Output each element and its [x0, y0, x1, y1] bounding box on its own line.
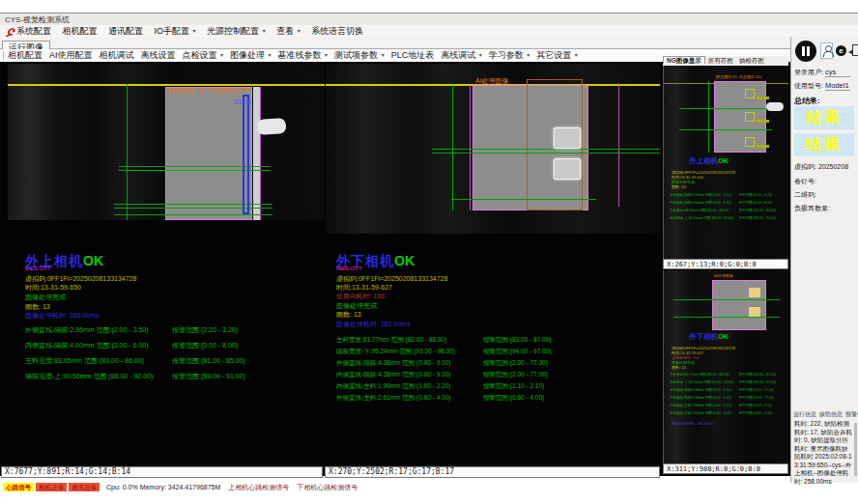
cycle-count-line: 圈数: 13	[672, 184, 686, 189]
tool-offline-debug[interactable]: 离线调试 ▾	[441, 49, 482, 62]
tool-plc-address-table[interactable]: PLC地址表	[391, 49, 435, 62]
thumbnail-upper-camera[interactable]: 静态阈值:93, 动态阈值:100 外上相机OK 虚拟码:0FF1Fi=2025…	[663, 66, 788, 259]
lower-camera-heartbeat-text: 下相机心跳检测信号	[297, 484, 358, 490]
login-user-label: 登录用户:	[794, 69, 823, 75]
edge-magenta-line	[260, 87, 261, 220]
bright-blob	[749, 307, 760, 317]
measure-row: 主料宽度:83.05mm 范围:(80.00 - 86.00)	[670, 209, 729, 212]
yellow-label-tag	[757, 120, 769, 123]
detect-blue-rect	[243, 95, 249, 214]
chevron-down-icon: ▾	[269, 52, 272, 58]
anode-tab-count-label: 负极耳数量:	[794, 205, 830, 211]
thumbnail-lower-camera[interactable]: AI处理图像 外下相机OK 虚拟码:0FF1Fi=202502081331347…	[663, 270, 788, 463]
tool-offline-settings[interactable]: 离线设置	[141, 49, 176, 62]
menu-system-config[interactable]: 系统配置	[16, 25, 51, 37]
alarm-range: 报警范围:(2.20 - 3.20)	[172, 325, 238, 335]
tool-other-settings[interactable]: 其它设置 ▾	[536, 49, 578, 62]
tool-testitem-params[interactable]: 测试项参数 ▾	[334, 49, 385, 62]
measure-row: 内侧直线-主料:1.90mm 范围:(1.00 - 2.20)	[670, 404, 731, 407]
qrcode-label: 二维码:	[794, 191, 816, 198]
menu-language-switch[interactable]: 系统语言切换	[311, 25, 363, 37]
chevron-down-icon: ▾	[298, 28, 300, 34]
winding-pin-label: 卷针号:	[794, 178, 816, 184]
menu-view[interactable]: 查看 ▾	[276, 25, 300, 37]
upper-camera-heartbeat-text: 上相机心跳检测信号	[228, 484, 289, 490]
user-login-button[interactable]	[820, 42, 833, 59]
result-panel-lower: 外下相机OK MES:OTT 虚拟码:0FF1Fi=20250208133134…	[336, 253, 655, 465]
result-ok-badge: OK	[394, 253, 415, 268]
model-label: 使用型号:	[794, 82, 823, 89]
camera-view-lower[interactable]: AI处理图像	[326, 64, 660, 234]
history-thumbnail-column: NG图像显示所有存图抽检存图 静态阈值:93, 动态阈值:100 外上相机OK …	[663, 56, 788, 474]
measure-row: 主料宽度:83.77mm 范围:(82.00 - 88.00)	[670, 373, 729, 377]
tab-alarm-info[interactable]: 报警信息	[845, 411, 858, 417]
log-tabs: 运行信息缺陷信息报警信息	[793, 410, 858, 419]
chevron-down-icon: ▾	[479, 52, 482, 58]
info-button[interactable]: e	[836, 45, 846, 56]
tab-ng-image-display[interactable]: NG图像显示	[663, 56, 705, 64]
menu-camera-config[interactable]: 相机配置	[63, 25, 98, 37]
tab-run-info[interactable]: 运行信息	[793, 411, 816, 417]
menu-items: 系统配置 相机配置 通讯配置 IO手配置 ▾ 光源控制配置 ▾ 查看 ▾ 系统语…	[16, 25, 858, 37]
menu-io-config[interactable]: IO手配置 ▾	[155, 25, 196, 37]
exit-button[interactable]	[848, 43, 858, 59]
coord-status-thumb-upper: X:267;Y:13;R:0;G:0;B:0	[663, 259, 788, 269]
blue-value-overlay-text: 93.88	[234, 98, 251, 105]
pause-button[interactable]	[795, 41, 816, 62]
toolbar-separator	[3, 51, 4, 60]
menu-comm-config[interactable]: 通讯配置	[108, 25, 143, 37]
tool-baseline-params[interactable]: 基准线参数 ▾	[278, 49, 329, 62]
tool-image-processing[interactable]: 图像处理 ▾	[230, 49, 272, 62]
tool-spotcheck-settings[interactable]: 点检设置 ▾	[183, 49, 224, 62]
product-region-overlay	[165, 87, 252, 220]
product-region-overlay	[714, 81, 766, 153]
tab-defect-info[interactable]: 缺陷信息	[819, 411, 843, 417]
edge-magenta-line	[470, 85, 471, 210]
qrcode-field: 二维码:	[794, 190, 816, 200]
measure-hline	[114, 214, 272, 215]
tool-camera-config[interactable]: 相机配置	[8, 49, 43, 62]
chevron-down-icon: ▾	[193, 28, 196, 34]
tool-ai-usage-config[interactable]: AI使用配置	[49, 49, 93, 62]
model-value[interactable]: Model1	[825, 81, 850, 91]
control-side-panel: e 登录用户:cys 使用型号:Model1 总结果: 结果 结果 虚拟码: 2…	[790, 37, 858, 483]
measure-row: 主料宽度:83.05mm 范围:(80.00 - 86.00)	[25, 356, 144, 366]
measure-row: 外侧直线-隔膜:4.38mm 范围:(0.00 - 9.00)	[336, 359, 450, 368]
login-user-value[interactable]: cys	[825, 68, 850, 77]
threshold-overlay-text: 静态阈值:93, 动态阈值:100	[716, 74, 762, 79]
tab-save-all-images[interactable]: 所有存图	[705, 57, 736, 64]
alarm-range: 报警范围:(2.00 - 77.00)	[739, 388, 774, 392]
measure-row: 主料宽度:83.77mm 范围:(82.00 - 88.00)	[336, 336, 446, 345]
alarm-range: 报警范围:(0.60 - 4.00)	[739, 411, 772, 415]
tool-learning-params[interactable]: 学习参数 ▾	[489, 49, 530, 62]
detect-yellow-box	[745, 89, 755, 98]
measure-hline	[432, 149, 660, 150]
camera-view-upper[interactable]: 静态阈值:93, 动态阈值:100 93.88	[8, 64, 325, 220]
camera-name-lower: 外下相机	[689, 332, 718, 341]
tab-connector-blob	[256, 118, 286, 135]
comm-connect-badge: 通讯连接	[69, 483, 100, 491]
measure-hline	[679, 108, 772, 109]
measure-row: 内侧直线-隔膜:4.38mm 范围:(0.00 - 9.00)	[336, 371, 450, 379]
detect-yellow-box	[745, 112, 755, 122]
tab-strip: 运行图像	[0, 37, 858, 49]
measure-hline	[673, 317, 780, 318]
alarm-range: 报警范围:(89.00 - 91.00)	[739, 216, 776, 220]
measure-row: 隔膜宽度-下:95.24mm 范围:(93.00 - 98.00)	[670, 380, 733, 384]
tool-camera-debug[interactable]: 相机调试	[100, 49, 134, 62]
tab-sample-save-images[interactable]: 抽检存图	[736, 57, 767, 64]
alarm-range: 报警范围:(1.10 - 2.10)	[739, 404, 772, 407]
result-ok-badge: OK	[83, 253, 103, 268]
alarm-range: 报警范围:(0.00 - 8.00)	[172, 341, 238, 350]
measure-hline	[432, 153, 660, 154]
virtual-code-value: 20250208	[818, 163, 848, 170]
edge-strip	[253, 87, 260, 220]
yellow-label-tag	[757, 145, 769, 148]
baseline-yellow-line	[8, 84, 325, 86]
log-scrollbar[interactable]	[854, 423, 857, 476]
coord-status-lower: X:270;Y:2502;R:17;G:17;B:17	[325, 466, 660, 478]
virtual-code-field: 虚拟码: 20250208	[794, 162, 848, 172]
menu-light-config[interactable]: 光源控制配置 ▾	[207, 25, 266, 37]
elapsed-line: 图像处理耗时: 182.00ms	[336, 320, 411, 329]
camera-result-title: 外下相机OK	[689, 334, 729, 340]
